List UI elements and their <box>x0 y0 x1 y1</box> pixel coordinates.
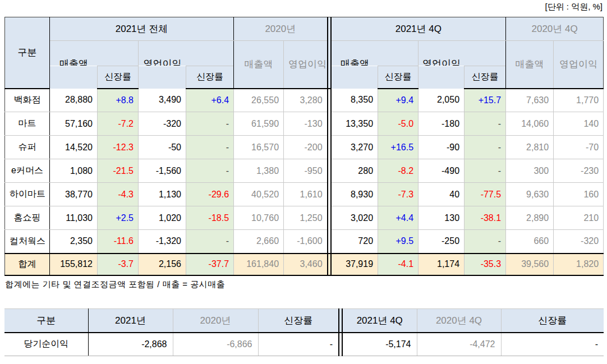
net-income-header-row: 구분 2021년 2020년 신장률 2021년 4Q 2020년 4Q 신장률 <box>4 309 604 333</box>
table-cell: -490 <box>419 159 465 183</box>
performance-table: 구분 2021년 전체 2020년 2021년 4Q 2020년 4Q 매출액 … <box>4 17 604 276</box>
table-cell: -180 <box>419 112 465 136</box>
table-cell: +9.5 <box>378 230 419 254</box>
table-cell: -320 <box>139 112 186 136</box>
table-cell: -1,600 <box>284 230 328 254</box>
total-row: 합계155,812-3.72,156-37.7161,8403,46037,91… <box>5 254 604 275</box>
group-header-2020: 2020년 <box>234 17 328 41</box>
table-cell: -29.6 <box>186 183 234 206</box>
table-cell: 3,460 <box>284 254 328 275</box>
table-cell: - <box>186 112 234 136</box>
net-income-2021: -2,868 <box>88 333 173 356</box>
op-profit-header-4q: 영업이익 <box>419 41 506 66</box>
table-cell: 2,156 <box>139 254 186 275</box>
net-income-table-container: 구분 2021년 2020년 신장률 2021년 4Q 2020년 4Q 신장률… <box>4 308 604 356</box>
table-cell: 130 <box>419 206 465 230</box>
table-cell: 2,810 <box>506 136 554 159</box>
table-cell: +15.7 <box>465 89 506 112</box>
corner-header: 구분 <box>5 17 50 89</box>
table-cell: 1,020 <box>139 206 186 230</box>
table-cell: +6.4 <box>186 89 234 112</box>
table-cell: -130 <box>284 112 328 136</box>
header-group-row: 구분 2021년 전체 2020년 2021년 4Q 2020년 4Q <box>5 17 604 41</box>
performance-table-container: 구분 2021년 전체 2020년 2021년 4Q 2020년 4Q 매출액 … <box>4 17 604 276</box>
table-cell: -1,560 <box>139 159 186 183</box>
table-cell: 10,760 <box>234 206 284 230</box>
row-label: 백화점 <box>5 89 50 112</box>
table-cell: 660 <box>506 230 554 254</box>
table-cell: 1,820 <box>554 254 604 275</box>
table-cell: -5.0 <box>378 112 419 136</box>
table-row: 홈쇼핑11,030+2.51,020-18.510,7601,2503,020+… <box>5 206 604 230</box>
table-cell: +4.4 <box>378 206 419 230</box>
table-cell: 1,380 <box>234 159 284 183</box>
sales-header-2020: 매출액 <box>234 41 284 89</box>
table-cell: -37.7 <box>186 254 234 275</box>
table-row: 마트57,160-7.2-320-61,590-13013,350-5.0-18… <box>5 112 604 136</box>
net-header-2020: 2020년 <box>173 309 258 333</box>
table-cell: 7,630 <box>506 89 554 112</box>
table-cell: -950 <box>284 159 328 183</box>
table-cell: 300 <box>506 159 554 183</box>
table-cell: - <box>465 230 506 254</box>
spacer-cell <box>331 66 378 89</box>
table-row: 슈퍼14,520-12.3-50-16,570-2003,270+16.5-90… <box>5 136 604 159</box>
net-income-2020: -6,866 <box>173 333 258 356</box>
growth-header: 신장률 <box>186 66 234 89</box>
table-cell: 161,840 <box>234 254 284 275</box>
table-cell: 2,350 <box>50 230 98 254</box>
table-cell: - <box>186 136 234 159</box>
spacer-cell <box>419 66 465 89</box>
table-cell: 1,130 <box>139 183 186 206</box>
table-cell: - <box>186 230 234 254</box>
net-income-table: 구분 2021년 2020년 신장률 2021년 4Q 2020년 4Q 신장률… <box>4 308 604 356</box>
table-cell: 57,160 <box>50 112 98 136</box>
table-row: 컬처웍스2,350-11.6-1,320-2,660-1,600720+9.5-… <box>5 230 604 254</box>
table-cell: -50 <box>139 136 186 159</box>
table-row: 하이마트38,770-4.31,130-29.640,5201,6108,930… <box>5 183 604 206</box>
net-header-growth: 신장률 <box>258 309 339 333</box>
table-row: e커머스1,080-21.5-1,560-1,380-950280-8.2-49… <box>5 159 604 183</box>
table-cell: 1,174 <box>419 254 465 275</box>
row-label: 홈쇼핑 <box>5 206 50 230</box>
row-label: 합계 <box>5 254 50 275</box>
table-cell: -320 <box>554 230 604 254</box>
group-header-2020-4q: 2020년 4Q <box>506 17 604 41</box>
table-cell: 61,590 <box>234 112 284 136</box>
net-header-2021-4q: 2021년 4Q <box>342 309 417 333</box>
table-cell: 9,630 <box>506 183 554 206</box>
table-cell: -90 <box>419 136 465 159</box>
table-cell: -35.3 <box>465 254 506 275</box>
growth-header: 신장률 <box>378 66 419 89</box>
row-label: e커머스 <box>5 159 50 183</box>
growth-header: 신장률 <box>465 66 506 89</box>
table-cell: 16,570 <box>234 136 284 159</box>
table-cell: -12.3 <box>98 136 139 159</box>
table-cell: - <box>465 159 506 183</box>
table-cell: 11,030 <box>50 206 98 230</box>
table-cell: 40,520 <box>234 183 284 206</box>
table-cell: 39,560 <box>506 254 554 275</box>
table-cell: -21.5 <box>98 159 139 183</box>
group-header-2021-full: 2021년 전체 <box>50 17 234 41</box>
op-profit-header-2020: 영업이익 <box>284 41 328 89</box>
table-cell: 2,890 <box>506 206 554 230</box>
table-cell: -4.3 <box>98 183 139 206</box>
op-profit-header-2020-4q: 영업이익 <box>554 41 604 89</box>
table-cell: 3,490 <box>139 89 186 112</box>
table-cell: - <box>465 136 506 159</box>
sales-header-4q: 매출액 <box>331 41 419 66</box>
sales-header-2020-4q: 매출액 <box>506 41 554 89</box>
table-cell: 13,350 <box>331 112 378 136</box>
table-cell: 40 <box>419 183 465 206</box>
table-cell: 1,610 <box>284 183 328 206</box>
table-cell: -3.7 <box>98 254 139 275</box>
table-cell: -11.6 <box>98 230 139 254</box>
growth-header: 신장률 <box>98 66 139 89</box>
table-cell: 26,550 <box>234 89 284 112</box>
table-cell: -7.3 <box>378 183 419 206</box>
table-cell: +9.4 <box>378 89 419 112</box>
table-cell: 160 <box>554 183 604 206</box>
group-header-2021-4q: 2021년 4Q <box>331 17 506 41</box>
net-income-2021-4q: -5,174 <box>342 333 417 356</box>
